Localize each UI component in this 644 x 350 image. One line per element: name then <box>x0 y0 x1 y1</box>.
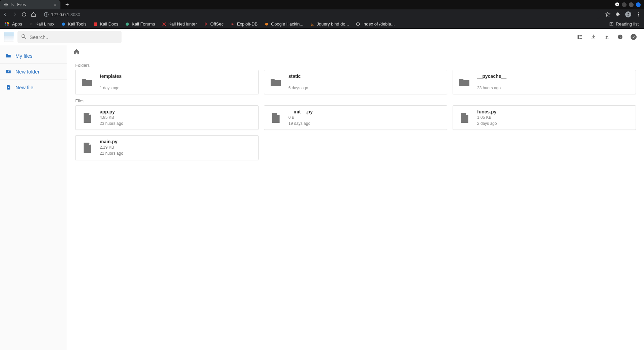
upload-icon[interactable] <box>604 34 610 40</box>
bookmark-label: Kali Tools <box>68 21 86 27</box>
maximize-icon[interactable] <box>629 2 634 7</box>
file-icon <box>269 111 282 124</box>
close-window-icon[interactable] <box>636 2 641 7</box>
window-controls <box>615 2 644 8</box>
bookmark-label: Apps <box>12 21 22 27</box>
ghdb-icon <box>264 22 269 27</box>
profile-icon[interactable] <box>625 11 631 17</box>
download-icon[interactable] <box>590 34 596 40</box>
home-nav-icon[interactable] <box>31 12 36 17</box>
reading-list-icon <box>609 22 614 27</box>
java-icon <box>310 22 315 27</box>
search-input[interactable] <box>30 34 118 40</box>
home-icon[interactable] <box>73 48 80 55</box>
bookmark-label: Kali Linux <box>36 21 54 27</box>
item-size: 1.05 KB <box>477 115 497 120</box>
bookmark-google-hacking[interactable]: Google Hackin... <box>262 21 306 27</box>
sidebar-item-new-folder[interactable]: New folder <box>0 64 67 80</box>
svg-rect-19 <box>620 37 620 38</box>
bookmark-label: Exploit-DB <box>237 21 258 27</box>
browser-tab[interactable]: ls - Files × <box>0 0 60 9</box>
bookmark-kali-nethunter[interactable]: Kali NetHunter <box>159 21 200 27</box>
nethunter-icon <box>162 22 167 27</box>
new-tab-button[interactable]: + <box>63 1 71 8</box>
svg-point-11 <box>126 22 129 26</box>
tools-icon <box>61 22 66 27</box>
item-size: — <box>100 80 122 85</box>
file-icon <box>80 111 94 124</box>
extensions-icon[interactable] <box>615 12 620 17</box>
item-time: 19 days ago <box>288 121 313 127</box>
tab-strip: ls - Files × + <box>0 0 644 9</box>
sidebar: My files New folder New file <box>0 45 67 350</box>
svg-point-18 <box>620 36 620 36</box>
bookmark-index-debian[interactable]: Index of /debia... <box>353 21 397 27</box>
app-logo <box>4 32 14 42</box>
site-info-icon[interactable] <box>44 12 49 17</box>
reload-icon[interactable] <box>21 12 27 17</box>
svg-point-8 <box>638 15 639 16</box>
item-card[interactable]: main.py 2.19 KB 22 huors ago <box>75 135 259 160</box>
item-size: 2.19 KB <box>100 145 123 150</box>
item-size: — <box>288 80 308 85</box>
item-time: 22 huors ago <box>100 151 123 156</box>
sidebar-item-label: New folder <box>15 69 40 74</box>
item-card[interactable]: templates — 1 days ago <box>75 70 259 94</box>
folder-icon <box>5 53 11 59</box>
bookmark-label: Google Hackin... <box>271 21 303 27</box>
item-name: funcs.py <box>477 109 497 114</box>
item-name: app.py <box>100 109 123 114</box>
offsec-icon <box>203 22 208 27</box>
minimize-icon[interactable] <box>622 2 627 7</box>
sidebar-item-new-file[interactable]: New file <box>0 80 67 95</box>
reading-list[interactable]: Reading list <box>606 21 641 27</box>
menu-icon[interactable] <box>636 12 641 17</box>
svg-point-7 <box>638 14 639 15</box>
sidebar-item-my-files[interactable]: My files <box>0 48 67 64</box>
item-card[interactable]: app.py 4.85 KB 23 huors ago <box>75 105 259 130</box>
bookmark-kali-docs[interactable]: Kali Docs <box>90 21 121 27</box>
back-icon[interactable] <box>3 12 8 17</box>
item-time: 1 days ago <box>100 86 122 91</box>
bookmark-exploit-db[interactable]: Exploit-DB <box>228 21 260 27</box>
folder-icon <box>269 76 282 89</box>
spider-icon <box>230 22 235 27</box>
folder-icon <box>80 76 94 89</box>
bookmark-apps[interactable]: Apps <box>3 21 25 27</box>
item-card[interactable]: funcs.py 1.05 KB 2 days ago <box>453 105 636 130</box>
item-card[interactable]: __init__.py 0 B 19 days ago <box>264 105 447 130</box>
check-icon[interactable] <box>631 34 637 40</box>
close-tab-icon[interactable]: × <box>54 2 56 7</box>
breadcrumb <box>67 45 644 58</box>
docs-icon <box>93 22 98 27</box>
item-card[interactable]: __pycache__ — 23 huors ago <box>453 70 636 94</box>
item-card[interactable]: static — 6 days ago <box>264 70 447 94</box>
item-name: __pycache__ <box>477 73 506 79</box>
tab-title: ls - Files <box>11 2 26 7</box>
item-time: 23 huors ago <box>477 86 506 91</box>
folders-label: Folders <box>75 63 636 68</box>
globe-icon <box>356 22 360 27</box>
bookmark-kali-tools[interactable]: Kali Tools <box>58 21 89 27</box>
bookmark-kali-linux[interactable]: Kali Linux <box>26 21 57 27</box>
dropdown-icon[interactable] <box>615 2 619 8</box>
view-toggle-icon[interactable] <box>577 34 583 40</box>
item-time: 23 huors ago <box>100 121 123 127</box>
info-icon[interactable] <box>617 34 623 40</box>
file-icon <box>80 141 94 154</box>
forward-icon[interactable] <box>12 12 17 17</box>
file-icon <box>458 111 471 124</box>
bookmark-label: Kali Forums <box>132 21 155 27</box>
url-port: :8080 <box>69 12 80 17</box>
star-icon[interactable] <box>605 12 610 17</box>
svg-point-12 <box>232 23 233 25</box>
item-size: 4.85 KB <box>100 115 123 120</box>
bookmark-jquery-bind[interactable]: Jquery bind do... <box>307 21 352 27</box>
bookmark-offsec[interactable]: OffSec <box>201 21 226 27</box>
search-field[interactable] <box>17 31 122 43</box>
address-bar[interactable]: 127.0.0.1:8080 <box>40 10 601 19</box>
reading-list-label: Reading list <box>616 21 639 27</box>
bookmark-kali-forums[interactable]: Kali Forums <box>122 21 157 27</box>
item-size: 0 B <box>288 115 313 120</box>
folders-grid: templates — 1 days ago static — 6 days a… <box>75 70 636 94</box>
